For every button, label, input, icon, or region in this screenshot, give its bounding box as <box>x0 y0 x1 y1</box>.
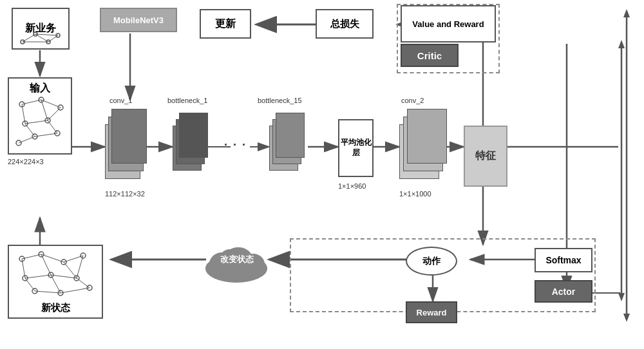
input-size-label: 224×224×3 <box>8 158 44 165</box>
svg-line-76 <box>77 278 90 288</box>
bottleneck15-stack <box>269 113 303 180</box>
svg-line-54 <box>48 108 61 120</box>
bottleneck1-label: bottleneck_1 <box>167 97 207 104</box>
value-reward-box: Value and Reward <box>401 5 496 42</box>
svg-line-55 <box>35 133 57 137</box>
reward-box: Reward <box>406 301 457 323</box>
change-state-cloud: 改变状态 <box>203 240 270 285</box>
svg-marker-87 <box>623 314 630 322</box>
dots1: · · · <box>224 138 247 152</box>
svg-line-53 <box>19 137 35 143</box>
svg-line-46 <box>22 100 41 104</box>
svg-line-33 <box>23 34 35 42</box>
svg-line-69 <box>22 259 25 278</box>
action-ellipse: 动作 <box>406 247 457 276</box>
svg-line-75 <box>51 275 61 293</box>
new-state-box: 新状态 <box>8 245 103 319</box>
svg-line-37 <box>35 34 58 35</box>
input-box: 输入 <box>8 77 72 155</box>
update-box: 更新 <box>200 9 251 39</box>
svg-line-78 <box>61 288 90 293</box>
conv2-size-label: 1×1×1000 <box>399 190 431 198</box>
svg-line-50 <box>25 120 48 124</box>
svg-marker-86 <box>623 9 630 17</box>
svg-line-52 <box>48 120 57 133</box>
svg-line-72 <box>25 275 51 278</box>
mobilenetv3-box: MobileNetV3 <box>100 8 177 32</box>
svg-line-51 <box>25 124 35 137</box>
svg-line-35 <box>48 35 58 42</box>
conv1-stack <box>105 105 145 185</box>
svg-line-47 <box>41 100 61 108</box>
softmax-box: Softmax <box>535 248 592 272</box>
svg-line-49 <box>41 100 48 120</box>
critic-box: Critic <box>401 44 459 67</box>
svg-line-34 <box>35 34 48 42</box>
feature-box: 特征 <box>464 126 507 187</box>
conv2-label: conv_2 <box>401 97 424 104</box>
total-loss-box: 总损失 <box>316 9 374 39</box>
svg-line-68 <box>64 256 83 262</box>
actor-box: Actor <box>535 280 592 303</box>
conv2-stack <box>399 105 446 185</box>
svg-line-48 <box>22 104 25 124</box>
conv1-size-label: 112×112×32 <box>105 190 145 198</box>
bottleneck15-label: bottleneck_15 <box>258 97 302 104</box>
pool-size-label: 1×1×960 <box>338 182 366 190</box>
svg-line-79 <box>77 256 83 278</box>
svg-line-77 <box>35 291 61 293</box>
svg-line-74 <box>25 278 35 291</box>
avg-pool-box: 平均池化层 <box>338 119 374 177</box>
svg-line-73 <box>51 275 77 278</box>
bottleneck1-stack <box>173 113 206 180</box>
conv1-label: conv_1 <box>109 97 132 104</box>
svg-line-66 <box>22 254 41 259</box>
svg-line-71 <box>64 262 77 278</box>
